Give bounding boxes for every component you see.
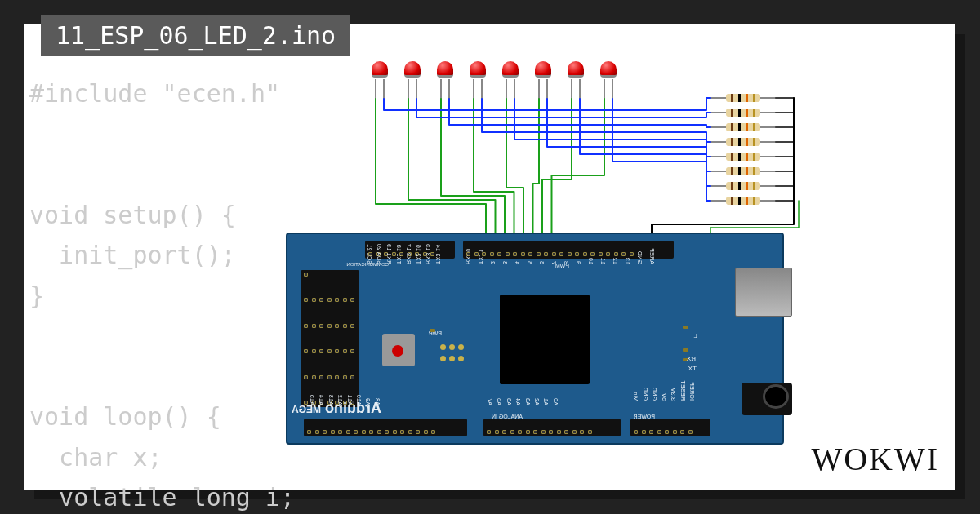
code-line: } bbox=[29, 281, 44, 310]
pin-label-reset: RESET bbox=[680, 380, 686, 401]
reset-button[interactable] bbox=[382, 334, 415, 366]
analog-header-2[interactable] bbox=[483, 419, 621, 436]
power-jack[interactable] bbox=[742, 383, 792, 415]
pin-label-a10: A10 bbox=[356, 395, 362, 405]
pin-label-pwm-5: 5 bbox=[527, 261, 532, 264]
pin-label-a6: A6 bbox=[497, 398, 502, 405]
pin-label-a11: A11 bbox=[347, 395, 353, 405]
analog-in-label: ANALOG IN bbox=[492, 414, 523, 419]
pin-label-pwm-6: 6 bbox=[539, 261, 545, 264]
pin-label-a5: A5 bbox=[506, 398, 512, 405]
pin-label-sda20: SDA 20 bbox=[376, 243, 382, 264]
pin-label-3.3v: 3.3V bbox=[670, 388, 676, 401]
rx-label: RX bbox=[687, 355, 696, 362]
resistor-3[interactable] bbox=[710, 123, 776, 131]
l-led bbox=[683, 326, 688, 329]
pin-label-a14: A14 bbox=[318, 395, 324, 405]
usb-port[interactable] bbox=[735, 268, 792, 317]
wokwi-logo: WOKWI bbox=[811, 440, 939, 478]
icsp-header[interactable] bbox=[439, 340, 473, 363]
led-2[interactable] bbox=[404, 61, 421, 82]
pin-label-a8: A8 bbox=[375, 398, 381, 405]
pin-label-pwm-10: 10 bbox=[588, 258, 594, 264]
pin-label-rx315: RX3 15 bbox=[425, 244, 431, 264]
pin-label-a7: A7 bbox=[488, 398, 493, 405]
pin-label-pwm-13: 13 bbox=[625, 258, 630, 264]
pin-label-tx216: TX2 16 bbox=[416, 245, 421, 264]
pin-label-pwm-2: 2 bbox=[490, 261, 496, 264]
analog-header[interactable] bbox=[304, 419, 467, 436]
pin-label-ioref: IOREF bbox=[689, 382, 695, 401]
led-4[interactable] bbox=[470, 61, 486, 82]
pin-label-pwm-3: 3 bbox=[502, 261, 508, 264]
rx-led bbox=[683, 348, 688, 352]
pin-label-a2: A2 bbox=[534, 398, 540, 405]
pin-label-rx217: RX2 17 bbox=[406, 244, 412, 264]
pin-label-a4: A4 bbox=[515, 398, 521, 405]
pin-label-tx314: TX3 14 bbox=[435, 245, 441, 264]
pin-label-gnd: GND bbox=[652, 388, 657, 401]
code-line: void setup() { bbox=[29, 201, 236, 229]
mcu-chip bbox=[500, 295, 590, 384]
code-line: init_port(); bbox=[29, 241, 236, 269]
pin-label-scl21: SCL 21 bbox=[367, 244, 372, 264]
resistor-6[interactable] bbox=[710, 167, 776, 175]
pin-label-vin: Vin bbox=[633, 392, 639, 401]
pin-label-tx118: TX1 18 bbox=[396, 245, 402, 264]
resistor-8[interactable] bbox=[710, 197, 776, 205]
l-label: L bbox=[693, 332, 697, 339]
pin-label-gnd: GND bbox=[643, 388, 648, 401]
pin-label-pwm-tx-1: TX- 1 bbox=[478, 249, 483, 264]
file-title-bar: 11_ESP_06_LED_2.ino bbox=[41, 15, 350, 56]
pin-label-a12: A12 bbox=[337, 395, 343, 405]
pin-label-pwm-4: 4 bbox=[514, 261, 520, 264]
tx-label: TX bbox=[688, 365, 697, 372]
pin-label-pwm-11: 11 bbox=[600, 258, 606, 264]
pin-label-a3: A3 bbox=[525, 398, 531, 405]
power-header[interactable] bbox=[630, 419, 710, 436]
pin-label-a13: A13 bbox=[328, 395, 334, 405]
code-line: char x; bbox=[29, 443, 163, 472]
pin-label-pwm-gnd: GND bbox=[637, 251, 643, 264]
led-8[interactable] bbox=[600, 61, 617, 82]
pin-label-5v: 5V bbox=[662, 393, 667, 401]
resistor-2[interactable] bbox=[710, 109, 776, 117]
filename: 11_ESP_06_LED_2.ino bbox=[56, 21, 336, 50]
code-line: void loop() { bbox=[29, 402, 221, 431]
pwr-led bbox=[430, 329, 435, 332]
arduino-mega-board[interactable]: Arduino MEGA ANALOG IN POWER COMMUNICATI… bbox=[286, 233, 784, 445]
led-1[interactable] bbox=[372, 61, 388, 82]
led-3[interactable] bbox=[437, 61, 453, 82]
code-line: volatile long i; bbox=[29, 483, 295, 512]
pin-label-pwm-8: 8 bbox=[564, 261, 569, 264]
resistor-5[interactable] bbox=[710, 153, 776, 161]
resistor-4[interactable] bbox=[710, 138, 776, 146]
resistor-7[interactable] bbox=[710, 182, 776, 190]
pin-label-pwm-12: 12 bbox=[612, 258, 618, 264]
led-7[interactable] bbox=[568, 61, 584, 82]
circuit-diagram: Arduino MEGA ANALOG IN POWER COMMUNICATI… bbox=[286, 61, 858, 453]
pin-label-a0: A0 bbox=[553, 398, 559, 405]
pin-label-rx119: RX1 19 bbox=[386, 244, 392, 264]
pin-label-pwm-rx-0: RX- 0 bbox=[466, 249, 471, 264]
pin-label-a9: A9 bbox=[365, 398, 371, 405]
pin-label-a15: A15 bbox=[310, 395, 315, 405]
resistor-1[interactable] bbox=[710, 94, 776, 102]
pin-label-pwm-aref: AREF bbox=[649, 248, 655, 264]
led-6[interactable] bbox=[535, 61, 551, 82]
power-label: POWER bbox=[634, 414, 655, 419]
pin-label-pwm-9: 9 bbox=[576, 261, 581, 264]
pin-label-pwm-7: 7 bbox=[551, 261, 557, 264]
pin-label-a1: A1 bbox=[543, 398, 549, 405]
digital-header-2x[interactable] bbox=[301, 270, 359, 407]
led-5[interactable] bbox=[502, 61, 519, 82]
code-line: #include "ecen.h" bbox=[29, 79, 280, 108]
